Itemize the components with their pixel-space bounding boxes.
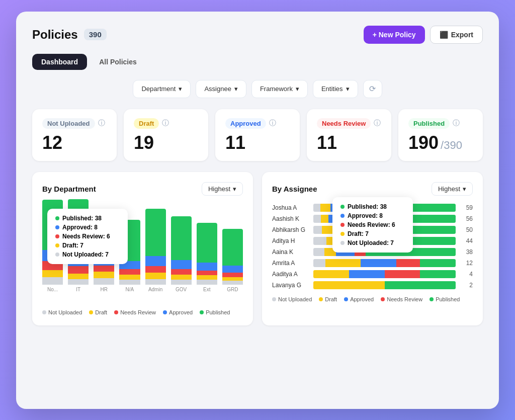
- filter-assignee[interactable]: Assignee ▾: [196, 80, 246, 98]
- info-icon-not-uploaded[interactable]: ⓘ: [98, 119, 105, 128]
- stat-value-published: 190: [408, 134, 439, 152]
- bar-group-grd: GRD: [222, 229, 243, 292]
- search-button[interactable]: ⟳: [363, 80, 382, 98]
- info-icon-draft[interactable]: ⓘ: [162, 119, 169, 128]
- info-icon-published[interactable]: ⓘ: [453, 119, 460, 128]
- filter-framework[interactable]: Framework ▾: [251, 80, 308, 98]
- filter-bar: Department ▾ Assignee ▾ Framework ▾ Enti…: [32, 80, 483, 98]
- filter-department[interactable]: Department ▾: [133, 80, 191, 98]
- header: Policies 390 + New Policy ⬛ Export: [32, 26, 483, 44]
- info-icon-approved[interactable]: ⓘ: [269, 119, 276, 128]
- department-legend: Not Uploaded Draft Needs Review Approved…: [42, 309, 243, 315]
- main-card: Policies 390 + New Policy ⬛ Export Dashb…: [16, 12, 499, 409]
- assignee-tooltip: Published: 38 Approved: 8 Needs Review: …: [332, 197, 413, 253]
- sort-department-button[interactable]: Highest ▾: [202, 182, 243, 196]
- stats-row: Not Uploaded ⓘ 12 Draft ⓘ 19 Approved ⓘ …: [32, 109, 483, 161]
- bar-group-ext: Ext: [197, 223, 217, 292]
- stat-approved: Approved ⓘ 11: [215, 109, 300, 161]
- sort-assignee-button[interactable]: Highest ▾: [432, 182, 473, 196]
- stat-value-approved: 11: [225, 134, 290, 152]
- policy-count-badge: 390: [84, 29, 107, 40]
- stat-needs-review: Needs Review ⓘ 11: [307, 109, 391, 161]
- department-tooltip: Published: 38 Approved: 8 Needs Review: …: [47, 209, 128, 264]
- header-right: + New Policy ⬛ Export: [364, 26, 483, 44]
- tooltip-assignee-published: Published: 38: [348, 203, 387, 210]
- tab-dashboard[interactable]: Dashboard: [32, 54, 87, 70]
- stat-value-draft: 19: [134, 134, 198, 152]
- stat-not-uploaded: Not Uploaded ⓘ 12: [32, 109, 117, 161]
- stat-value-not-uploaded: 12: [42, 134, 107, 152]
- chart-by-assignee: By Assignee Highest ▾ Published: 38 Appr…: [262, 172, 483, 325]
- stat-label-needs-review: Needs Review: [317, 118, 371, 129]
- stat-value-needs-review: 11: [317, 134, 381, 152]
- tab-all-policies[interactable]: All Policies: [90, 54, 146, 70]
- tooltip-assignee-draft: Draft: 7: [348, 230, 369, 237]
- info-icon-needs-review[interactable]: ⓘ: [374, 119, 381, 128]
- tooltip-dept-needs-review: Needs Review: 6: [62, 233, 110, 240]
- chart-assignee-title: By Assignee: [272, 185, 317, 193]
- stat-published: Published ⓘ 190 /390: [398, 109, 483, 161]
- assignee-row: Amrita A12: [272, 259, 473, 267]
- tooltip-assignee-needs-review: Needs Review: 6: [348, 221, 395, 228]
- stat-label-published: Published: [408, 118, 450, 129]
- page-title: Policies: [32, 28, 78, 42]
- chart-department-title: By Department: [42, 185, 96, 193]
- export-icon: ⬛: [440, 31, 448, 39]
- tooltip-assignee-not-uploaded: Not Uploaded: 7: [348, 239, 394, 246]
- header-left: Policies 390: [32, 28, 107, 42]
- export-button[interactable]: ⬛ Export: [430, 26, 483, 44]
- bar-group-gov: GOV: [171, 216, 192, 292]
- tooltip-dept-published: Published: 38: [62, 215, 102, 222]
- charts-row: By Department Highest ▾ No...ITHRN/AAdmi…: [32, 172, 483, 325]
- tab-bar: Dashboard All Policies: [32, 54, 483, 70]
- new-policy-button[interactable]: + New Policy: [364, 26, 425, 44]
- chart-department-header: By Department Highest ▾: [42, 182, 243, 196]
- stat-label-draft: Draft: [134, 118, 159, 129]
- tooltip-dept-draft: Draft: 7: [62, 242, 83, 249]
- stat-suffix-published: /390: [441, 139, 462, 152]
- assignee-row: Aaditya A4: [272, 270, 473, 278]
- tooltip-dept-not-uploaded: Not Uploaded: 7: [62, 251, 109, 258]
- assignee-legend: Not Uploaded Draft Approved Needs Review…: [272, 296, 473, 302]
- search-icon: ⟳: [369, 84, 376, 94]
- tooltip-dept-approved: Approved: 8: [62, 224, 98, 231]
- chart-assignee-header: By Assignee Highest ▾: [272, 182, 473, 196]
- bar-group-admin: Admin: [145, 209, 166, 292]
- stat-draft: Draft ⓘ 19: [124, 109, 208, 161]
- filter-entities[interactable]: Entities ▾: [313, 80, 358, 98]
- stat-label-approved: Approved: [225, 118, 266, 129]
- stat-label-not-uploaded: Not Uploaded: [42, 118, 95, 129]
- tooltip-assignee-approved: Approved: 8: [348, 212, 383, 219]
- assignee-row: Lavanya G2: [272, 281, 473, 289]
- chart-by-department: By Department Highest ▾ No...ITHRN/AAdmi…: [32, 172, 253, 325]
